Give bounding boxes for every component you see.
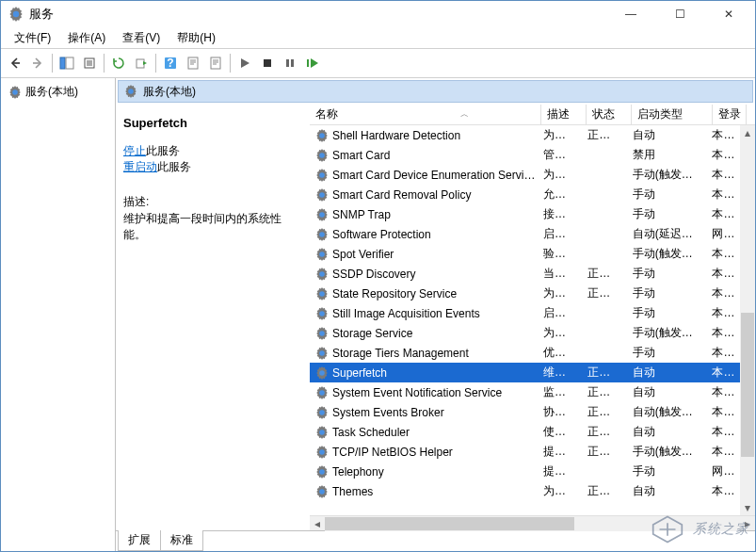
show-hide-tree-button[interactable] (56, 53, 77, 73)
column-name[interactable]: 名称︿ (310, 105, 541, 124)
service-icon (315, 347, 329, 360)
content-header-label: 服务(本地) (143, 84, 196, 100)
table-row[interactable]: Shell Hardware Detection为自…正在…自动本地 (310, 125, 740, 145)
service-desc: 管理… (538, 146, 582, 164)
table-row[interactable]: Themes为用…正在…自动本地 (310, 481, 740, 501)
service-logon: 本地 (706, 166, 740, 184)
scroll-up-icon[interactable]: ▴ (740, 125, 755, 140)
vertical-scrollbar[interactable]: ▴ ▾ (740, 125, 755, 515)
service-icon (315, 208, 329, 221)
export-list-button[interactable] (79, 53, 100, 73)
table-row[interactable]: Superfetch维护…正在…自动本地 (310, 363, 740, 382)
sort-indicator-icon: ︿ (460, 108, 469, 121)
help-button[interactable]: ? (160, 53, 181, 73)
scroll-right-icon[interactable]: ▸ (740, 516, 755, 531)
table-row[interactable]: Storage Tiers Management优化…手动本地 (310, 343, 740, 363)
column-desc[interactable]: 描述 (541, 105, 587, 124)
service-desc: 使用… (538, 423, 582, 441)
table-row[interactable]: Still Image Acquisition Events启动…手动本地 (310, 303, 740, 323)
properties-2-button[interactable] (205, 53, 226, 73)
svg-rect-1 (60, 57, 65, 69)
restart-link[interactable]: 重启动 (123, 160, 157, 173)
table-row[interactable]: State Repository Service为应…正在…手动本地 (310, 284, 740, 303)
scroll-left-icon[interactable]: ◂ (310, 516, 325, 531)
pause-service-button[interactable] (280, 53, 300, 73)
table-row[interactable]: Smart Card Device Enumeration Servi…为给…手… (310, 165, 740, 185)
horizontal-scrollbar[interactable]: ◂ ▸ (310, 515, 755, 530)
table-row[interactable]: System Events Broker协调…正在…自动(触发…本地 (310, 402, 740, 422)
close-button[interactable]: ✕ (710, 3, 748, 25)
sidebar-root-node[interactable]: 服务(本地) (5, 82, 111, 102)
refresh-button[interactable] (108, 53, 129, 73)
column-status[interactable]: 状态 (587, 105, 632, 124)
service-logon: 本地 (706, 324, 740, 342)
menu-view[interactable]: 查看(V) (115, 28, 168, 48)
stop-link[interactable]: 停止 (123, 144, 146, 157)
menu-help[interactable]: 帮助(H) (169, 28, 223, 48)
table-row[interactable]: Telephony提供…手动网络 (310, 462, 740, 481)
service-logon: 本地 (706, 146, 740, 164)
service-name: Smart Card Removal Policy (332, 188, 471, 202)
table-row[interactable]: Software Protection启用…自动(延迟…网络 (310, 224, 740, 244)
nav-forward-button[interactable] (27, 53, 48, 73)
services-icon (124, 85, 137, 98)
stop-service-button[interactable] (257, 53, 278, 73)
restart-service-button[interactable] (302, 53, 323, 73)
description-label: 描述: (123, 194, 302, 210)
service-name: TCP/IP NetBIOS Helper (332, 446, 453, 459)
service-start-type: 手动 (627, 344, 707, 362)
service-desc: 提供… (538, 463, 582, 480)
list-body[interactable]: Shell Hardware Detection为自…正在…自动本地Smart … (310, 125, 740, 515)
properties-button[interactable] (183, 53, 203, 73)
service-name: Storage Tiers Management (332, 347, 469, 360)
service-start-type: 手动 (627, 205, 707, 223)
maximize-button[interactable]: ☐ (661, 3, 699, 25)
menu-action[interactable]: 操作(A) (60, 28, 113, 48)
table-row[interactable]: Task Scheduler使用…正在…自动本地 (310, 422, 740, 442)
service-logon: 本地 (706, 344, 740, 362)
table-row[interactable]: Storage Service为存…手动(触发…本地 (310, 323, 740, 343)
table-row[interactable]: SNMP Trap接收…手动本地 (310, 204, 740, 224)
service-status: 正在… (582, 364, 626, 382)
column-logon[interactable]: 登录 (713, 105, 747, 124)
service-logon: 本地 (706, 423, 740, 441)
table-row[interactable]: Smart Card管理…禁用本地 (310, 145, 740, 165)
service-start-type: 手动(触发… (627, 324, 707, 342)
service-start-type: 手动 (627, 265, 707, 283)
service-name: Themes (332, 485, 373, 498)
tab-standard[interactable]: 标准 (160, 530, 203, 551)
service-desc: 为应… (538, 284, 582, 302)
table-row[interactable]: Spot Verifier验证…手动(触发…本地 (310, 244, 740, 264)
nav-back-button[interactable] (5, 53, 25, 73)
menu-file[interactable]: 文件(F) (7, 28, 58, 48)
service-desc: 当发… (538, 265, 582, 283)
tab-extended[interactable]: 扩展 (118, 530, 161, 551)
column-start-type[interactable]: 启动类型 (632, 105, 713, 124)
service-icon (315, 406, 329, 419)
scroll-down-icon[interactable]: ▾ (740, 500, 755, 515)
service-logon: 本地 (706, 443, 740, 461)
service-logon: 本地 (706, 364, 740, 382)
service-start-type: 自动 (627, 126, 707, 144)
service-start-type: 手动(触发… (627, 443, 707, 461)
table-row[interactable]: TCP/IP NetBIOS Helper提供…正在…手动(触发…本地 (310, 442, 740, 462)
service-logon: 网络 (706, 225, 740, 243)
service-status: 正在… (582, 383, 626, 401)
scroll-thumb[interactable] (325, 517, 574, 530)
service-icon (315, 149, 329, 162)
service-name: Smart Card (332, 149, 390, 162)
export-button[interactable] (131, 53, 152, 73)
service-desc: 接收… (538, 205, 582, 223)
table-row[interactable]: SSDP Discovery当发…正在…手动本地 (310, 264, 740, 284)
service-status: 正在… (582, 265, 626, 283)
start-service-button[interactable] (234, 53, 255, 73)
service-start-type: 手动 (627, 284, 707, 302)
scroll-thumb[interactable] (741, 313, 754, 457)
minimize-button[interactable]: — (612, 3, 650, 25)
service-status: 正在… (582, 423, 626, 441)
svg-rect-9 (264, 59, 271, 67)
table-row[interactable]: Smart Card Removal Policy允许…手动本地 (310, 185, 740, 204)
service-start-type: 禁用 (627, 146, 707, 164)
titlebar: 服务 — ☐ ✕ (1, 1, 755, 27)
table-row[interactable]: System Event Notification Service监视…正在…自… (310, 382, 740, 402)
